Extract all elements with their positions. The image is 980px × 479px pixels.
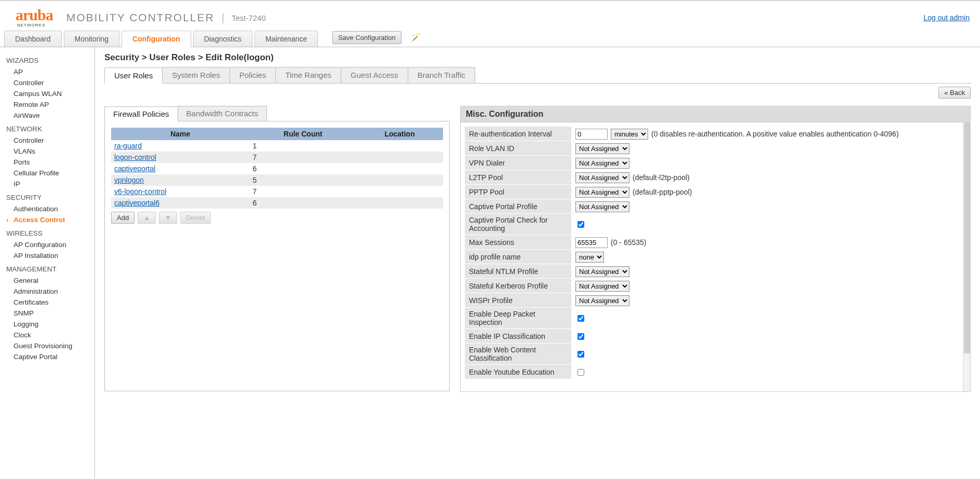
policy-link[interactable]: v6-logon-control: [114, 187, 166, 196]
location-cell: [356, 186, 443, 197]
sidebar-item-ap[interactable]: AP: [6, 66, 94, 77]
sidebar-item-cellular-profile[interactable]: Cellular Profile: [6, 168, 94, 179]
scrollbar[interactable]: [963, 122, 970, 391]
sidebar-item-access-control[interactable]: Access Control: [6, 214, 94, 225]
config-select[interactable]: minutes: [611, 129, 648, 140]
sidebar-item-remote-ap[interactable]: Remote AP: [6, 99, 94, 110]
tab-user-roles[interactable]: User Roles: [104, 67, 163, 84]
sidebar-item-ports[interactable]: Ports: [6, 157, 94, 168]
config-select[interactable]: none: [575, 252, 604, 263]
config-row: Enable Deep Packet Inspection: [465, 308, 963, 329]
config-select[interactable]: Not Assigned: [575, 172, 629, 183]
table-row[interactable]: logon-control7: [111, 152, 443, 163]
tab-guest-access[interactable]: Guest Access: [341, 67, 408, 83]
primary-tab-dashboard[interactable]: Dashboard: [4, 31, 62, 47]
tab-time-ranges[interactable]: Time Ranges: [275, 67, 341, 83]
product-name: MOBILITY CONTROLLER: [66, 11, 214, 24]
config-row: PPTP PoolNot Assigned(default-pptp-pool): [465, 185, 963, 199]
sidebar-item-guest-provisioning[interactable]: Guest Provisioning: [6, 340, 94, 351]
primary-tab-configuration[interactable]: Configuration: [122, 31, 191, 47]
config-row: Captive Portal Check for Accounting: [465, 214, 963, 235]
sidebar-item-ip[interactable]: IP: [6, 179, 94, 189]
policy-link[interactable]: logon-control: [114, 153, 156, 161]
config-value: [571, 312, 963, 325]
move-up-button[interactable]: ▲: [138, 212, 156, 224]
config-value: Not Assigned(default-pptp-pool): [571, 185, 963, 199]
config-row: Enable Web Content Classification: [465, 344, 963, 365]
table-row[interactable]: ra-guard1: [111, 140, 443, 152]
tab-policies[interactable]: Policies: [230, 67, 276, 83]
config-checkbox[interactable]: [578, 369, 584, 376]
sidebar-item-controller[interactable]: Controller: [6, 135, 94, 146]
table-row[interactable]: vpnlogon5: [111, 174, 443, 186]
sidebar-item-airwave[interactable]: AirWave: [6, 110, 94, 121]
config-label: Stateful Kerberos Profile: [465, 279, 571, 293]
config-checkbox[interactable]: [578, 351, 584, 358]
wizard-wand-icon[interactable]: 🪄: [411, 33, 421, 43]
tab-system-roles[interactable]: System Roles: [162, 67, 230, 83]
panel-box: NameRule CountLocation ra-guard1logon-co…: [104, 121, 450, 391]
sidebar-heading: NETWORK: [6, 125, 94, 133]
inner-tab-bandwidth-contracts[interactable]: Bandwidth Contracts: [178, 106, 267, 121]
config-checkbox[interactable]: [578, 333, 584, 340]
policy-link[interactable]: captiveportal6: [114, 199, 159, 207]
config-value: Not Assigned: [571, 294, 963, 308]
inner-tab-firewall-policies[interactable]: Firewall Policies: [104, 106, 178, 121]
config-select[interactable]: Not Assigned: [575, 187, 629, 198]
misc-config-body: Re-authentication Intervalminutes(0 disa…: [460, 122, 971, 392]
policy-link[interactable]: vpnlogon: [114, 176, 144, 184]
config-value: Not Assigned(default-l2tp-pool): [571, 171, 963, 185]
primary-tab-maintenance[interactable]: Maintenance: [254, 31, 318, 47]
config-row: Role VLAN IDNot Assigned: [465, 141, 963, 156]
primary-tab-diagnostics[interactable]: Diagnostics: [193, 31, 252, 47]
table-row[interactable]: v6-logon-control7: [111, 186, 443, 197]
table-row[interactable]: captiveportal6: [111, 163, 443, 174]
config-label: PPTP Pool: [465, 185, 571, 199]
config-checkbox[interactable]: [578, 221, 584, 228]
config-select[interactable]: Not Assigned: [575, 143, 629, 154]
config-select[interactable]: Not Assigned: [575, 266, 629, 277]
sidebar-item-administration[interactable]: Administration: [6, 286, 94, 297]
separator: |: [222, 12, 224, 24]
sidebar-item-ap-installation[interactable]: AP Installation: [6, 250, 94, 261]
scrollbar-thumb[interactable]: [964, 122, 970, 353]
add-button[interactable]: Add: [111, 212, 135, 224]
logout-link[interactable]: Log out admin: [923, 13, 970, 22]
rule-count: 5: [250, 174, 357, 186]
breadcrumb: Security > User Roles > Edit Role(logon): [104, 52, 971, 63]
config-input[interactable]: [575, 237, 608, 248]
policy-link[interactable]: captiveportal: [114, 165, 155, 173]
sidebar-item-clock[interactable]: Clock: [6, 330, 94, 340]
sidebar-item-logging[interactable]: Logging: [6, 319, 94, 330]
sidebar-item-campus-wlan[interactable]: Campus WLAN: [6, 88, 94, 99]
table-row[interactable]: captiveportal66: [111, 197, 443, 209]
delete-button[interactable]: Delete: [180, 212, 211, 224]
config-value: Not Assigned: [571, 200, 963, 214]
policy-link[interactable]: ra-guard: [114, 142, 142, 150]
sidebar-item-captive-portal[interactable]: Captive Portal: [6, 351, 94, 362]
config-input[interactable]: [575, 129, 608, 140]
primary-tab-monitoring[interactable]: Monitoring: [64, 31, 119, 47]
config-row: Stateful Kerberos ProfileNot Assigned: [465, 279, 963, 293]
config-label: L2TP Pool: [465, 170, 571, 185]
sidebar-item-general[interactable]: General: [6, 275, 94, 286]
sidebar-item-authentication[interactable]: Authentication: [6, 203, 94, 214]
config-select[interactable]: Not Assigned: [575, 158, 629, 169]
config-checkbox[interactable]: [578, 315, 584, 322]
policies-table: NameRule CountLocation ra-guard1logon-co…: [111, 128, 443, 209]
config-label: Captive Portal Profile: [465, 199, 571, 214]
sidebar-item-certificates[interactable]: Certificates: [6, 297, 94, 308]
config-select[interactable]: Not Assigned: [575, 281, 629, 292]
right-panel: Misc. Configuration Re-authentication In…: [460, 106, 971, 392]
save-configuration-button[interactable]: Save Configuration: [332, 31, 401, 44]
config-select[interactable]: Not Assigned: [575, 295, 629, 306]
sidebar-item-snmp[interactable]: SNMP: [6, 308, 94, 319]
move-down-button[interactable]: ▼: [159, 212, 177, 224]
back-button[interactable]: « Back: [938, 87, 971, 99]
tab-branch-traffic[interactable]: Branch Traffic: [408, 67, 475, 83]
sidebar-item-vlans[interactable]: VLANs: [6, 146, 94, 157]
config-select[interactable]: Not Assigned: [575, 201, 629, 212]
sidebar-item-ap-configuration[interactable]: AP Configuration: [6, 239, 94, 250]
sidebar-item-controller[interactable]: Controller: [6, 77, 94, 88]
back-row: « Back: [104, 87, 971, 99]
